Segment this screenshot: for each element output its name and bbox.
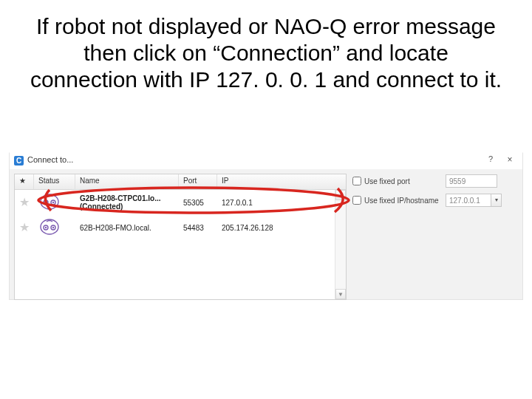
dialog-titlebar: C Connect to... ? × bbox=[10, 153, 522, 169]
fixed-ip-label: Use fixed IP/hostname bbox=[364, 197, 446, 205]
svg-point-8 bbox=[45, 227, 47, 228]
connection-list: ★ Status Name Port IP ★ bbox=[14, 174, 347, 300]
instruction-text: If robot not displayed or NAO-Q error me… bbox=[30, 13, 502, 93]
col-name[interactable]: Name bbox=[75, 174, 179, 189]
svg-point-9 bbox=[52, 227, 54, 228]
row-ip: 205.174.26.128 bbox=[217, 224, 346, 232]
row-port: 54483 bbox=[179, 224, 217, 232]
fixed-port-field[interactable] bbox=[446, 174, 497, 188]
table-row[interactable]: ★ bbox=[15, 190, 346, 215]
help-button[interactable]: ? bbox=[484, 154, 497, 166]
fixed-ip-field[interactable] bbox=[446, 194, 491, 207]
row-status-text: (Connected) bbox=[80, 202, 176, 211]
col-status[interactable]: Status bbox=[34, 174, 75, 189]
fixed-port-checkbox[interactable] bbox=[352, 177, 361, 185]
list-body: ★ bbox=[15, 190, 346, 299]
col-ip[interactable]: IP bbox=[217, 174, 346, 189]
star-icon[interactable]: ★ bbox=[19, 221, 30, 233]
row-name: 62B-H208-FMO.local. bbox=[80, 224, 176, 232]
dialog-title: Connect to... bbox=[27, 155, 73, 164]
robot-icon bbox=[38, 193, 72, 212]
row-ip: 127.0.0.1 bbox=[217, 199, 346, 207]
close-button[interactable]: × bbox=[503, 154, 516, 166]
list-header: ★ Status Name Port IP bbox=[15, 174, 346, 190]
fixed-port-row: Use fixed port bbox=[352, 174, 516, 188]
scroll-down-icon[interactable]: ▼ bbox=[335, 289, 346, 299]
fixed-ip-checkbox[interactable] bbox=[352, 196, 361, 205]
fixed-ip-row: Use fixed IP/hostname ▾ bbox=[352, 193, 516, 208]
col-star[interactable]: ★ bbox=[15, 174, 34, 189]
row-port: 55305 bbox=[179, 199, 217, 207]
options-panel: Use fixed port Use fixed IP/hostname ▾ bbox=[352, 174, 516, 212]
col-port[interactable]: Port bbox=[179, 174, 217, 189]
row-name: G2B-H208-CTPC01.lo... bbox=[80, 194, 176, 202]
table-row[interactable]: ★ bbox=[15, 215, 346, 240]
app-icon: C bbox=[14, 156, 24, 166]
scrollbar[interactable]: ▲ ▼ bbox=[335, 190, 346, 299]
fixed-ip-dropdown-icon[interactable]: ▾ bbox=[491, 194, 502, 207]
scroll-up-icon[interactable]: ▲ bbox=[335, 190, 346, 200]
star-icon[interactable]: ★ bbox=[19, 196, 30, 208]
svg-point-4 bbox=[52, 202, 54, 203]
robot-icon bbox=[38, 218, 72, 237]
fixed-port-label: Use fixed port bbox=[364, 177, 446, 185]
svg-point-3 bbox=[45, 202, 47, 203]
connect-dialog: C Connect to... ? × Use fixed port Use f… bbox=[9, 152, 523, 300]
